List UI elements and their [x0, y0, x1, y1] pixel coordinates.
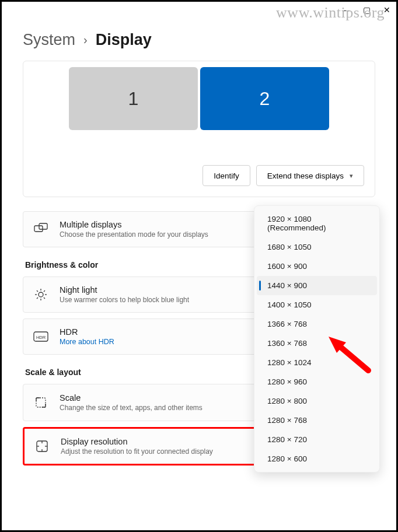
- resolution-icon: [34, 438, 50, 454]
- chevron-down-icon: ▾: [350, 172, 353, 180]
- chevron-right-icon: ›: [83, 33, 88, 47]
- svg-rect-13: [36, 398, 46, 407]
- extend-label: Extend these displays: [267, 172, 344, 180]
- resolution-option[interactable]: 1280 × 960: [254, 372, 379, 391]
- breadcrumb: System › Display: [23, 31, 375, 49]
- page-title: Display: [96, 31, 152, 49]
- displays-icon: [33, 221, 49, 237]
- resolution-option[interactable]: 1400 × 1050: [254, 295, 379, 314]
- identify-button[interactable]: Identify: [203, 165, 250, 186]
- close-button[interactable]: ✕: [383, 5, 390, 15]
- hdr-icon: HDR: [33, 328, 49, 345]
- svg-line-10: [37, 298, 38, 299]
- resolution-option[interactable]: 1366 × 768: [254, 314, 379, 334]
- resolution-option[interactable]: 1680 × 1050: [254, 237, 379, 257]
- display-arrangement-panel: 1 2 Identify Extend these displays ▾: [23, 61, 375, 197]
- scale-icon: [33, 394, 49, 411]
- maximize-button[interactable]: ▢: [363, 5, 371, 15]
- resolution-option[interactable]: 1280 × 800: [254, 391, 379, 411]
- monitor-1[interactable]: 1: [69, 67, 198, 130]
- breadcrumb-parent[interactable]: System: [23, 31, 75, 49]
- resolution-option[interactable]: 1360 × 768: [254, 334, 379, 353]
- svg-rect-1: [39, 223, 47, 229]
- svg-point-2: [39, 292, 43, 297]
- resolution-options-dropdown[interactable]: 1920 × 1080 (Recommended)1680 × 10501600…: [254, 205, 380, 473]
- svg-rect-0: [34, 226, 43, 232]
- svg-line-8: [44, 298, 45, 299]
- window-controls: — ▢ ✕: [342, 5, 390, 15]
- resolution-option[interactable]: 1440 × 900: [257, 276, 377, 295]
- resolution-option[interactable]: 1280 × 600: [254, 449, 379, 468]
- svg-line-9: [44, 290, 45, 292]
- resolution-option[interactable]: 1280 × 1024: [254, 353, 379, 372]
- resolution-option[interactable]: 1920 × 1080 (Recommended): [254, 209, 379, 237]
- extend-displays-dropdown[interactable]: Extend these displays ▾: [256, 165, 364, 186]
- minimize-button[interactable]: —: [342, 5, 350, 15]
- svg-line-7: [37, 290, 38, 292]
- monitor-2[interactable]: 2: [200, 67, 329, 130]
- night-light-icon: [33, 286, 49, 303]
- resolution-option[interactable]: 1280 × 768: [254, 411, 379, 430]
- resolution-option[interactable]: 1600 × 900: [254, 257, 379, 276]
- resolution-option[interactable]: 1280 × 720: [254, 430, 379, 449]
- svg-text:HDR: HDR: [36, 335, 46, 340]
